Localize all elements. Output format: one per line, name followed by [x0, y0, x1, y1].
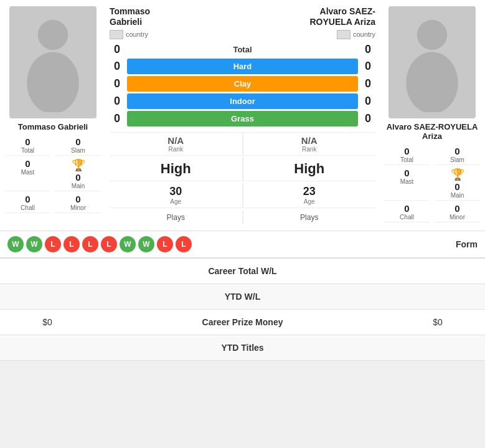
form-badge-2: W: [26, 236, 42, 252]
indoor-btn: Indoor: [127, 93, 358, 109]
grass-right-score: 0: [360, 112, 375, 125]
left-rank-na: N/A: [167, 135, 184, 146]
form-badge-4: L: [64, 236, 80, 252]
left-plays: Plays: [167, 213, 185, 222]
career-prize-left: $0: [10, 317, 85, 327]
right-player-card: Alvaro SAEZ-ROYUELA Ariza 0 Total 0 Slam…: [379, 0, 485, 231]
svg-point-3: [406, 52, 458, 113]
left-flag: [110, 30, 123, 39]
center-panel: TommasoGabrieli Alvaro SAEZ-ROYUELA Ariz…: [106, 0, 379, 231]
left-high-value: High: [161, 161, 191, 177]
indoor-left-score: 0: [110, 95, 125, 108]
left-stat-main: 🏆 0 Main: [55, 157, 101, 191]
grass-left-score: 0: [110, 112, 125, 125]
center-left-name: TommasoGabrieli: [110, 6, 243, 27]
form-badge-9: L: [157, 236, 173, 252]
hard-left-score: 0: [110, 60, 125, 73]
right-high-value: High: [294, 161, 324, 177]
clay-left-score: 0: [110, 77, 125, 90]
surface-indoor-row: 0 Indoor 0: [110, 93, 375, 109]
svg-point-0: [38, 20, 68, 50]
right-plays: Plays: [300, 213, 318, 222]
right-flag: [337, 30, 351, 39]
left-age-value: 30: [169, 185, 182, 198]
left-stat-mast: 0 Mast: [5, 157, 50, 191]
hard-btn: Hard: [127, 59, 358, 74]
left-player-avatar: [9, 6, 97, 118]
left-stat-minor: 0 Minor: [55, 193, 101, 213]
surface-grass-row: 0 Grass 0: [110, 111, 375, 126]
form-badge-7: W: [120, 236, 136, 252]
right-stat-mast: 0 Mast: [384, 166, 430, 201]
left-country: country: [110, 30, 148, 39]
bottom-sections: W W L L L L W W L L Form Career Total W/…: [0, 231, 485, 361]
right-trophy-icon: 🏆: [451, 168, 464, 181]
form-badge-5: L: [82, 236, 98, 252]
career-total-row: Career Total W/L: [0, 259, 485, 284]
clay-btn: Clay: [127, 76, 358, 92]
right-rank-na: N/A: [301, 135, 318, 146]
right-player-name: Alvaro SAEZ-ROYUELA Ariza: [384, 122, 480, 141]
left-player-name: Tommaso Gabrieli: [18, 122, 88, 131]
grass-btn: Grass: [127, 111, 358, 126]
ytd-wl-label: YTD W/L: [85, 292, 400, 302]
right-stat-total: 0 Total: [384, 145, 430, 165]
career-prize-right: $0: [400, 317, 475, 327]
surface-hard-row: 0 Hard 0: [110, 59, 375, 74]
left-stat-slam: 0 Slam: [55, 135, 101, 156]
left-stat-chall: 0 Chall: [5, 193, 50, 213]
form-section: W W L L L L W W L L Form: [0, 231, 485, 259]
hard-right-score: 0: [360, 60, 375, 73]
svg-point-2: [417, 20, 447, 50]
left-player-stats: 0 Total 0 Slam 0 Mast 🏆 0 Main 0: [5, 135, 101, 213]
clay-right-score: 0: [360, 77, 375, 90]
left-player-card: Tommaso Gabrieli 0 Total 0 Slam 0 Mast 🏆…: [0, 0, 106, 231]
career-prize-label: Career Prize Money: [85, 317, 400, 327]
right-age-value: 23: [303, 185, 316, 198]
left-trophy-icon: 🏆: [72, 158, 85, 172]
ytd-titles-row: YTD Titles: [0, 335, 485, 361]
right-player-stats: 0 Total 0 Slam 0 Mast 🏆 0 Main 0: [384, 145, 480, 222]
svg-point-1: [27, 52, 79, 113]
right-stat-main: 🏆 0 Main: [435, 166, 480, 201]
ytd-wl-row: YTD W/L: [0, 284, 485, 310]
left-stat-total: 0 Total: [5, 135, 50, 156]
ytd-titles-label: YTD Titles: [85, 343, 400, 353]
right-country: country: [337, 30, 375, 39]
right-player-avatar: [388, 6, 476, 118]
form-badge-10: L: [176, 236, 192, 252]
center-right-name: Alvaro SAEZ-ROYUELA Ariza: [243, 6, 376, 27]
career-prize-row: $0 Career Prize Money $0: [0, 310, 485, 335]
right-stat-chall: 0 Chall: [384, 202, 430, 222]
main-container: Tommaso Gabrieli 0 Total 0 Slam 0 Mast 🏆…: [0, 0, 485, 361]
form-badge-8: W: [138, 236, 154, 252]
right-stat-slam: 0 Slam: [435, 145, 480, 165]
players-section: Tommaso Gabrieli 0 Total 0 Slam 0 Mast 🏆…: [0, 0, 485, 231]
form-badge-3: L: [45, 236, 61, 252]
indoor-right-score: 0: [360, 95, 375, 108]
vs-total-row: 0 Total 0: [110, 43, 375, 56]
form-badge-1: W: [7, 236, 24, 252]
form-badges: W W L L L L W W L L: [7, 236, 448, 252]
form-badge-6: L: [101, 236, 117, 252]
surface-clay-row: 0 Clay 0: [110, 76, 375, 92]
form-label: Form: [456, 239, 478, 249]
right-stat-minor: 0 Minor: [435, 202, 480, 222]
career-total-label: Career Total W/L: [85, 266, 400, 276]
